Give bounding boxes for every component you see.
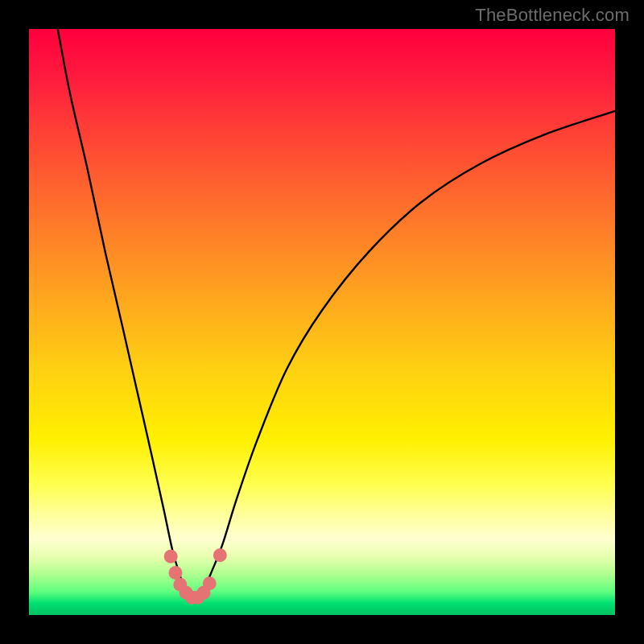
plot-area	[29, 29, 615, 615]
watermark-text: TheBottleneck.com	[475, 5, 630, 26]
data-marker	[169, 566, 183, 580]
data-marker	[213, 548, 227, 562]
bottleneck-curve	[58, 29, 615, 602]
data-marker	[203, 576, 217, 590]
data-marker	[164, 550, 178, 564]
curve-layer	[29, 29, 615, 615]
chart-frame: TheBottleneck.com	[0, 0, 644, 644]
